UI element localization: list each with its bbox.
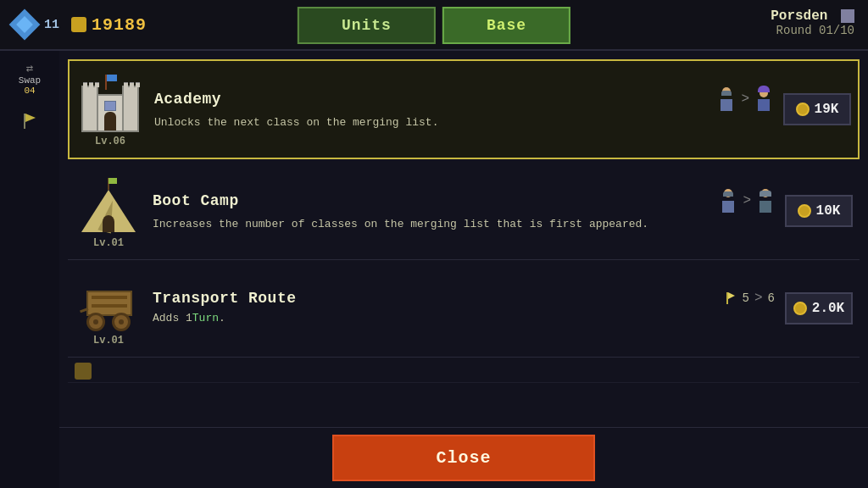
tab-group: Units Base [298, 7, 570, 44]
tab-units[interactable]: Units [298, 7, 436, 44]
flag-button[interactable] [14, 106, 45, 136]
bootcamp-content: Boot Camp > Inc [153, 173, 775, 249]
academy-name: Academy [154, 91, 221, 108]
bootcamp-level: Lv.01 [93, 237, 124, 249]
shop-item-partial [68, 358, 860, 383]
coin-icon-bootcamp [798, 204, 811, 218]
bootcamp-image: Lv.01 [75, 173, 142, 249]
bootcamp-desc: Increases the number of classes on the m… [153, 216, 775, 233]
svg-marker-3 [728, 292, 735, 299]
svg-marker-1 [25, 114, 36, 122]
unit-to-icon [754, 87, 773, 111]
swap-label: Swap [19, 75, 41, 86]
coin-icon-academy [796, 103, 810, 116]
unit-from-icon-2 [719, 189, 737, 213]
transport-price-box[interactable]: 2.0K [785, 292, 853, 324]
swap-button[interactable]: ⇄ Swap 04 [19, 61, 41, 96]
close-button[interactable]: Close [332, 435, 594, 481]
svg-rect-2 [726, 292, 728, 304]
transport-desc-suffix: . [219, 312, 225, 324]
academy-price-box[interactable]: 19K [783, 93, 851, 125]
location-info: Porsden Round 01/10 [771, 8, 854, 37]
bootcamp-name: Boot Camp [153, 192, 239, 209]
swap-count: 04 [24, 86, 35, 96]
transport-desc-prefix: Adds 1 [153, 312, 192, 324]
level-value: 11 [44, 18, 59, 32]
unit-to-icon-2 [756, 189, 775, 213]
transport-name: Transport Route [153, 290, 297, 307]
swap-arrow-icon: ⇄ [26, 62, 33, 75]
tab-base[interactable]: Base [442, 7, 570, 44]
transport-content: Transport Route 5 > 6 Adds 1Turn. [153, 270, 775, 347]
shop-item-academy[interactable]: Lv.06 Academy > [68, 59, 860, 159]
bootcamp-upgrade: > [719, 189, 775, 213]
gold-icon [71, 17, 86, 32]
flag-icon [20, 112, 39, 130]
level-icon [9, 9, 41, 41]
transport-flags: 5 > 6 [724, 291, 775, 306]
bottom-bar: Close [59, 427, 868, 488]
transport-from: 5 [743, 291, 749, 305]
bootcamp-header: Boot Camp > [153, 189, 775, 213]
academy-upgrade: > [717, 87, 773, 111]
transport-desc-highlight: Turn [192, 312, 219, 324]
transport-level: Lv.01 [93, 335, 124, 347]
transport-header: Transport Route 5 > 6 [153, 290, 775, 307]
academy-level: Lv.06 [95, 136, 125, 147]
transport-flag-icon [724, 291, 737, 305]
transport-image: Lv.01 [75, 270, 142, 347]
upgrade-arrow-2: > [743, 193, 751, 208]
shop-item-transport[interactable]: Lv.01 Transport Route 5 > 6 Adds 1Turn. [68, 260, 860, 358]
upgrade-arrow: > [741, 92, 749, 107]
shop-panel: Lv.06 Academy > [59, 51, 868, 488]
left-sidebar: ⇄ Swap 04 [0, 51, 59, 488]
shop-item-bootcamp[interactable]: Lv.01 Boot Camp > [68, 163, 860, 260]
academy-content: Academy > Unloc [154, 71, 773, 147]
svg-rect-0 [24, 114, 25, 129]
transport-arrow: > [754, 291, 763, 306]
round-info: Round 01/10 [771, 24, 854, 37]
unit-from-icon [717, 87, 736, 111]
top-bar: 11 19189 Units Base Porsden Round 01/10 [0, 0, 868, 51]
location-name: Porsden [771, 8, 827, 24]
academy-desc: Unlocks the next class on the merging li… [154, 114, 773, 131]
gold-amount: 19189 [92, 15, 147, 35]
partial-icon [75, 363, 92, 380]
coin-icon-transport [793, 302, 807, 315]
academy-image: Lv.06 [76, 71, 144, 147]
academy-price: 19K [815, 102, 839, 117]
bootcamp-price-box[interactable]: 10K [785, 195, 853, 227]
castle-icon [841, 9, 854, 23]
bootcamp-price: 10K [816, 203, 841, 219]
academy-header: Academy > [154, 87, 773, 111]
transport-desc: Adds 1Turn. [153, 310, 775, 327]
transport-price: 2.0K [812, 301, 844, 316]
transport-to: 6 [768, 291, 775, 305]
